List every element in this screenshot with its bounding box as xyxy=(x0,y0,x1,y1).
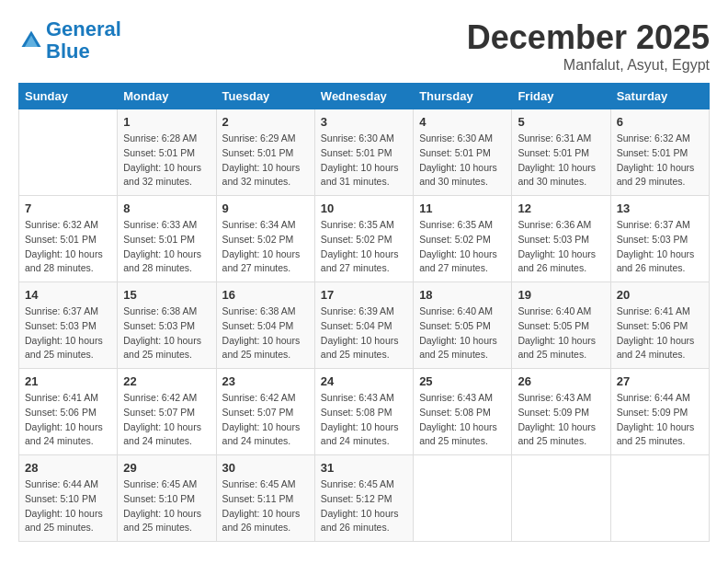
calendar-cell: 4Sunrise: 6:30 AMSunset: 5:01 PMDaylight… xyxy=(414,109,512,196)
day-number: 2 xyxy=(222,115,309,129)
day-info: Sunrise: 6:43 AMSunset: 5:09 PMDaylight:… xyxy=(518,391,604,449)
day-info: Sunrise: 6:36 AMSunset: 5:03 PMDaylight:… xyxy=(518,218,604,276)
calendar-cell: 1Sunrise: 6:28 AMSunset: 5:01 PMDaylight… xyxy=(118,109,216,196)
day-number: 13 xyxy=(617,201,703,215)
day-info: Sunrise: 6:35 AMSunset: 5:02 PMDaylight:… xyxy=(321,218,407,276)
day-number: 14 xyxy=(25,288,111,302)
day-number: 11 xyxy=(419,201,506,215)
day-of-week-header: Tuesday xyxy=(216,84,314,109)
day-info: Sunrise: 6:40 AMSunset: 5:05 PMDaylight:… xyxy=(518,304,604,362)
day-info: Sunrise: 6:31 AMSunset: 5:01 PMDaylight:… xyxy=(518,132,604,190)
day-number: 21 xyxy=(25,374,111,388)
title-block: December 2025 Manfalut, Asyut, Egypt xyxy=(467,18,710,74)
calendar-cell: 10Sunrise: 6:35 AMSunset: 5:02 PMDayligh… xyxy=(314,196,413,282)
calendar-cell: 8Sunrise: 6:33 AMSunset: 5:01 PMDaylight… xyxy=(118,196,216,282)
day-number: 10 xyxy=(321,201,407,215)
day-info: Sunrise: 6:37 AMSunset: 5:03 PMDaylight:… xyxy=(25,304,111,362)
day-info: Sunrise: 6:30 AMSunset: 5:01 PMDaylight:… xyxy=(419,132,506,190)
calendar-week-row: 21Sunrise: 6:41 AMSunset: 5:06 PMDayligh… xyxy=(19,369,710,455)
day-info: Sunrise: 6:38 AMSunset: 5:04 PMDaylight:… xyxy=(222,304,309,362)
day-number: 25 xyxy=(419,374,506,388)
day-number: 23 xyxy=(222,374,309,388)
day-number: 9 xyxy=(222,201,309,215)
day-number: 4 xyxy=(419,115,506,129)
day-info: Sunrise: 6:33 AMSunset: 5:01 PMDaylight:… xyxy=(123,218,210,276)
day-info: Sunrise: 6:38 AMSunset: 5:03 PMDaylight:… xyxy=(123,304,210,362)
calendar-cell: 6Sunrise: 6:32 AMSunset: 5:01 PMDaylight… xyxy=(610,109,709,196)
calendar-cell: 27Sunrise: 6:44 AMSunset: 5:09 PMDayligh… xyxy=(610,369,709,455)
calendar-cell: 23Sunrise: 6:42 AMSunset: 5:07 PMDayligh… xyxy=(216,369,314,455)
calendar-cell: 14Sunrise: 6:37 AMSunset: 5:03 PMDayligh… xyxy=(19,282,118,369)
day-number: 12 xyxy=(518,201,604,215)
day-number: 24 xyxy=(321,374,407,388)
logo: General Blue xyxy=(18,18,121,63)
day-number: 7 xyxy=(25,201,111,215)
calendar-cell: 29Sunrise: 6:45 AMSunset: 5:10 PMDayligh… xyxy=(118,455,216,542)
day-info: Sunrise: 6:32 AMSunset: 5:01 PMDaylight:… xyxy=(617,132,703,190)
day-number: 16 xyxy=(222,288,309,302)
calendar-cell xyxy=(19,109,118,196)
day-info: Sunrise: 6:34 AMSunset: 5:02 PMDaylight:… xyxy=(222,218,309,276)
calendar-cell: 9Sunrise: 6:34 AMSunset: 5:02 PMDaylight… xyxy=(216,196,314,282)
calendar-header-row: SundayMondayTuesdayWednesdayThursdayFrid… xyxy=(19,84,710,109)
calendar-cell xyxy=(610,455,709,542)
day-number: 29 xyxy=(123,461,210,475)
day-of-week-header: Saturday xyxy=(610,84,709,109)
calendar-cell: 31Sunrise: 6:45 AMSunset: 5:12 PMDayligh… xyxy=(314,455,413,542)
calendar-cell: 19Sunrise: 6:40 AMSunset: 5:05 PMDayligh… xyxy=(512,282,610,369)
day-info: Sunrise: 6:41 AMSunset: 5:06 PMDaylight:… xyxy=(25,391,111,449)
calendar-cell: 7Sunrise: 6:32 AMSunset: 5:01 PMDaylight… xyxy=(19,196,118,282)
logo-icon xyxy=(18,28,44,53)
location: Manfalut, Asyut, Egypt xyxy=(467,57,710,74)
day-info: Sunrise: 6:44 AMSunset: 5:10 PMDaylight:… xyxy=(25,477,111,535)
day-number: 20 xyxy=(617,288,703,302)
day-info: Sunrise: 6:37 AMSunset: 5:03 PMDaylight:… xyxy=(617,218,703,276)
calendar-table: SundayMondayTuesdayWednesdayThursdayFrid… xyxy=(18,83,710,542)
day-number: 6 xyxy=(617,115,703,129)
calendar-cell: 22Sunrise: 6:42 AMSunset: 5:07 PMDayligh… xyxy=(118,369,216,455)
day-of-week-header: Thursday xyxy=(414,84,512,109)
day-number: 27 xyxy=(617,374,703,388)
day-of-week-header: Wednesday xyxy=(314,84,413,109)
day-number: 3 xyxy=(321,115,407,129)
day-number: 28 xyxy=(25,461,111,475)
calendar-cell: 2Sunrise: 6:29 AMSunset: 5:01 PMDaylight… xyxy=(216,109,314,196)
calendar-cell: 20Sunrise: 6:41 AMSunset: 5:06 PMDayligh… xyxy=(610,282,709,369)
day-number: 22 xyxy=(123,374,210,388)
calendar-cell: 30Sunrise: 6:45 AMSunset: 5:11 PMDayligh… xyxy=(216,455,314,542)
day-number: 18 xyxy=(419,288,506,302)
calendar-week-row: 28Sunrise: 6:44 AMSunset: 5:10 PMDayligh… xyxy=(19,455,710,542)
page-header: General Blue December 2025 Manfalut, Asy… xyxy=(18,18,710,74)
day-info: Sunrise: 6:35 AMSunset: 5:02 PMDaylight:… xyxy=(419,218,506,276)
calendar-cell: 18Sunrise: 6:40 AMSunset: 5:05 PMDayligh… xyxy=(414,282,512,369)
calendar-cell: 28Sunrise: 6:44 AMSunset: 5:10 PMDayligh… xyxy=(19,455,118,542)
day-info: Sunrise: 6:43 AMSunset: 5:08 PMDaylight:… xyxy=(321,391,407,449)
day-number: 17 xyxy=(321,288,407,302)
day-of-week-header: Monday xyxy=(118,84,216,109)
calendar-cell: 21Sunrise: 6:41 AMSunset: 5:06 PMDayligh… xyxy=(19,369,118,455)
calendar-cell xyxy=(512,455,610,542)
calendar-cell: 24Sunrise: 6:43 AMSunset: 5:08 PMDayligh… xyxy=(314,369,413,455)
day-info: Sunrise: 6:43 AMSunset: 5:08 PMDaylight:… xyxy=(419,391,506,449)
month-title: December 2025 xyxy=(467,18,710,57)
calendar-cell xyxy=(414,455,512,542)
calendar-cell: 12Sunrise: 6:36 AMSunset: 5:03 PMDayligh… xyxy=(512,196,610,282)
day-info: Sunrise: 6:40 AMSunset: 5:05 PMDaylight:… xyxy=(419,304,506,362)
day-info: Sunrise: 6:42 AMSunset: 5:07 PMDaylight:… xyxy=(222,391,309,449)
calendar-cell: 17Sunrise: 6:39 AMSunset: 5:04 PMDayligh… xyxy=(314,282,413,369)
calendar-cell: 13Sunrise: 6:37 AMSunset: 5:03 PMDayligh… xyxy=(610,196,709,282)
day-info: Sunrise: 6:41 AMSunset: 5:06 PMDaylight:… xyxy=(617,304,703,362)
day-number: 30 xyxy=(222,461,309,475)
day-info: Sunrise: 6:30 AMSunset: 5:01 PMDaylight:… xyxy=(321,132,407,190)
day-info: Sunrise: 6:44 AMSunset: 5:09 PMDaylight:… xyxy=(617,391,703,449)
calendar-cell: 26Sunrise: 6:43 AMSunset: 5:09 PMDayligh… xyxy=(512,369,610,455)
calendar-week-row: 14Sunrise: 6:37 AMSunset: 5:03 PMDayligh… xyxy=(19,282,710,369)
day-info: Sunrise: 6:39 AMSunset: 5:04 PMDaylight:… xyxy=(321,304,407,362)
day-number: 1 xyxy=(123,115,210,129)
day-of-week-header: Sunday xyxy=(19,84,118,109)
day-info: Sunrise: 6:42 AMSunset: 5:07 PMDaylight:… xyxy=(123,391,210,449)
calendar-cell: 3Sunrise: 6:30 AMSunset: 5:01 PMDaylight… xyxy=(314,109,413,196)
day-of-week-header: Friday xyxy=(512,84,610,109)
day-info: Sunrise: 6:45 AMSunset: 5:12 PMDaylight:… xyxy=(321,477,407,535)
calendar-week-row: 1Sunrise: 6:28 AMSunset: 5:01 PMDaylight… xyxy=(19,109,710,196)
